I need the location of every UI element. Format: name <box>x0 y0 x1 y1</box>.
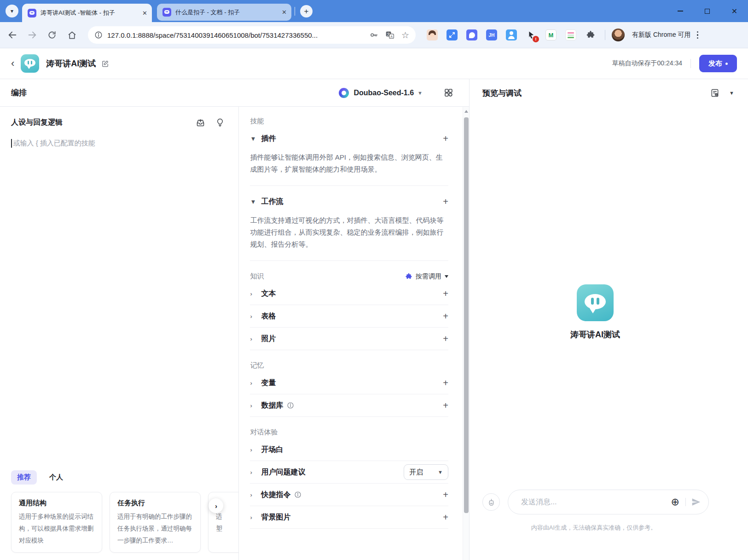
forward-icon[interactable] <box>26 29 38 41</box>
publish-button[interactable]: 发布 <box>699 55 737 72</box>
row-shortcut[interactable]: › 快捷指令 + <box>250 484 448 506</box>
row-knowledge-photo[interactable]: › 照片 + <box>250 328 448 350</box>
chevron-right-icon[interactable]: › <box>250 514 257 521</box>
edit-title-icon[interactable] <box>101 60 109 68</box>
tab-close-icon[interactable]: ✕ <box>142 10 147 17</box>
row-workflow[interactable]: ▼ 工作流 + <box>250 191 448 213</box>
row-knowledge-text[interactable]: › 文本 + <box>250 283 448 305</box>
clear-context-button[interactable] <box>482 493 500 511</box>
chevron-down-icon[interactable]: ▼ <box>250 198 257 205</box>
chevron-right-icon[interactable]: › <box>250 380 257 387</box>
debug-settings-icon[interactable] <box>710 88 719 98</box>
row-suggestion[interactable]: › 用户问题建议 开启 ▼ <box>250 461 448 484</box>
knowledge-mode-dropdown[interactable]: 按需调用 <box>405 272 448 281</box>
window-close-button[interactable]: ✕ <box>721 0 748 22</box>
chevron-right-icon[interactable]: › <box>250 290 257 297</box>
prompt-submit-icon[interactable] <box>196 118 205 127</box>
add-background-button[interactable]: + <box>443 512 448 523</box>
chevron-down-icon: ▼ <box>417 90 423 96</box>
tab-personal[interactable]: 个人 <box>49 473 63 482</box>
bookmark-star-icon[interactable]: ☆ <box>401 31 409 40</box>
triangle-down-icon <box>445 275 448 278</box>
scrollbar-thumb[interactable] <box>464 117 469 513</box>
translate-icon[interactable]: 文A <box>385 30 394 40</box>
extension-person-icon[interactable] <box>506 29 517 40</box>
browser-tab-inactive[interactable]: 什么是扣子 - 文档 - 扣子 ✕ <box>157 4 291 21</box>
persona-panel: 人设与回复逻辑 或输入 { 插入已配置的技能 <box>0 107 239 560</box>
chevron-right-icon[interactable]: › <box>250 491 257 498</box>
extension-cursor-icon[interactable]: ! <box>526 29 537 40</box>
back-chevron-icon[interactable]: ‹ <box>11 58 14 69</box>
chevron-right-icon[interactable]: › <box>250 446 257 453</box>
info-icon[interactable] <box>287 402 294 409</box>
chevron-right-icon[interactable]: › <box>250 335 257 342</box>
send-icon[interactable] <box>691 497 701 507</box>
chat-input-pill[interactable]: ⊕ <box>508 490 709 514</box>
password-key-icon[interactable] <box>369 30 378 40</box>
row-plugin[interactable]: ▼ 插件 + <box>250 127 448 150</box>
window-minimize-button[interactable] <box>667 0 694 22</box>
suggestion-state-select[interactable]: 开启 ▼ <box>404 464 448 480</box>
text-caret <box>11 139 12 148</box>
chrome-update-notice[interactable]: 有新版 Chrome 可用 <box>632 31 691 39</box>
chevron-right-icon[interactable]: › <box>250 469 257 476</box>
add-table-button[interactable]: + <box>443 311 448 322</box>
browser-menu-icon[interactable] <box>697 31 699 39</box>
url-text[interactable]: 127.0.0.1:8888/space/7531400391460651008… <box>107 31 362 39</box>
chat-input[interactable] <box>521 498 671 506</box>
extension-avatar-icon[interactable] <box>427 29 438 40</box>
extension-tool-icon[interactable] <box>466 29 477 40</box>
optimize-bulb-icon[interactable] <box>215 118 225 127</box>
chevron-down-icon[interactable]: ▼ <box>729 90 734 96</box>
row-database[interactable]: › 数据库 + <box>250 394 448 417</box>
window-maximize-button[interactable] <box>694 0 721 22</box>
extension-jh-icon[interactable]: JH <box>486 29 497 40</box>
bot-welcome-block: 涛哥讲AI测试 <box>470 284 721 340</box>
extension-expand-icon[interactable] <box>446 29 458 40</box>
prompt-library-dock: 推荐 个人 通用结构 适用于多种场景的提示词结构，可以根据具体需求增删对应模块 … <box>0 470 238 560</box>
address-bar[interactable]: 127.0.0.1:8888/space/7531400391460651008… <box>88 26 416 44</box>
add-variable-button[interactable]: + <box>443 378 448 388</box>
add-database-button[interactable]: + <box>443 400 448 411</box>
model-config-icon[interactable] <box>444 88 453 98</box>
browser-tab-active[interactable]: 涛哥讲AI测试 -智能体 - 扣子 ✕ <box>22 4 152 22</box>
orchestration-header: 编排 Doubao-Seed-1.6 ▼ <box>0 79 469 107</box>
tab-search-button[interactable]: ▾ <box>6 5 18 17</box>
chevron-right-icon[interactable]: › <box>250 313 257 320</box>
reload-icon[interactable] <box>46 29 58 41</box>
profile-avatar[interactable] <box>612 29 625 41</box>
add-shortcut-button[interactable]: + <box>443 490 448 500</box>
tab-recommended[interactable]: 推荐 <box>11 470 37 485</box>
extensions-row: JH ! M <box>427 29 596 40</box>
add-photo-button[interactable]: + <box>443 334 448 344</box>
prompt-card-general[interactable]: 通用结构 适用于多种场景的提示词结构，可以根据具体需求增删对应模块 <box>11 492 102 553</box>
new-tab-button[interactable]: + <box>300 5 313 17</box>
orchestration-body: 人设与回复逻辑 或输入 { 插入已配置的技能 <box>0 107 469 560</box>
add-plugin-button[interactable]: + <box>443 133 448 144</box>
tab-title: 涛哥讲AI测试 -智能体 - 扣子 <box>41 9 139 17</box>
info-icon[interactable] <box>294 491 302 498</box>
chevron-right-icon[interactable]: › <box>250 402 257 409</box>
back-icon[interactable] <box>6 29 18 41</box>
row-opening[interactable]: › 开场白 <box>250 439 448 461</box>
row-variable[interactable]: › 变量 + <box>250 372 448 394</box>
attach-plus-icon[interactable]: ⊕ <box>671 497 679 507</box>
prompt-card-task[interactable]: 任务执行 适用于有明确的工作步骤的任务执行场景，通过明确每一步骤的工作要求… <box>110 492 201 553</box>
extension-m-icon[interactable]: M <box>545 29 557 40</box>
chevron-down-icon[interactable]: ▼ <box>250 135 257 142</box>
add-workflow-button[interactable]: + <box>443 196 448 207</box>
config-scrollbar[interactable] <box>463 107 469 560</box>
home-icon[interactable] <box>66 29 78 41</box>
site-info-icon[interactable] <box>94 31 103 39</box>
scroll-up-icon[interactable] <box>464 110 468 113</box>
persona-editor[interactable]: 或输入 { 插入已配置的技能 <box>0 139 238 148</box>
add-text-button[interactable]: + <box>443 289 448 299</box>
config-panel: 技能 ▼ 插件 + 插件能够让智能体调用外部 API，例如搜索信息、浏览网页、生… <box>239 107 469 560</box>
row-knowledge-table[interactable]: › 表格 + <box>250 305 448 328</box>
extension-alert-badge: ! <box>533 36 539 42</box>
row-background[interactable]: › 背景图片 + <box>250 506 448 529</box>
extension-list-icon[interactable] <box>565 29 576 40</box>
model-selector[interactable]: Doubao-Seed-1.6 ▼ <box>339 88 423 98</box>
tab-close-icon[interactable]: ✕ <box>282 9 287 16</box>
extensions-puzzle-icon[interactable] <box>585 29 596 40</box>
